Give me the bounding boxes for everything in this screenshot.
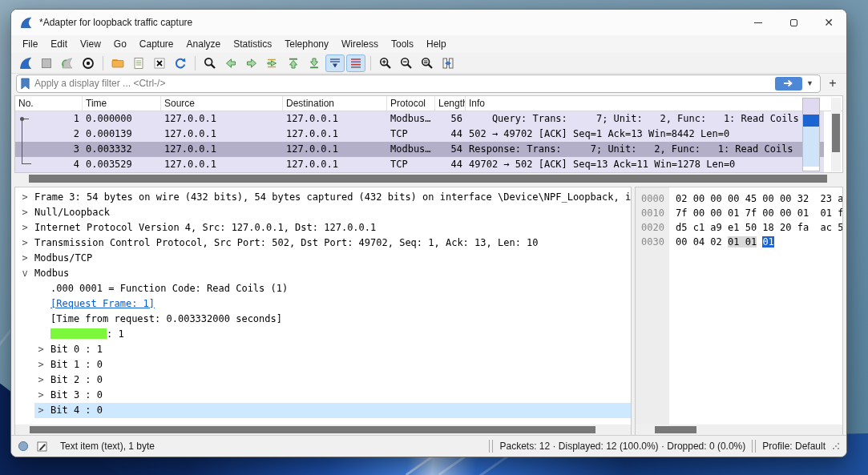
menu-analyze[interactable]: Analyze <box>180 37 228 51</box>
go-forward-icon[interactable] <box>242 54 261 72</box>
go-to-packet-icon[interactable] <box>263 54 282 72</box>
close-file-icon[interactable] <box>150 54 169 72</box>
resize-columns-icon[interactable] <box>438 54 458 72</box>
profile-status[interactable]: Profile: Default <box>762 441 826 452</box>
menu-tools[interactable]: Tools <box>385 37 420 51</box>
menu-view[interactable]: View <box>74 37 107 51</box>
stop-capture-icon[interactable] <box>37 54 56 72</box>
expander-closed-icon[interactable]: > <box>19 251 30 266</box>
menu-capture[interactable]: Capture <box>133 37 180 51</box>
detail-line-5[interactable]: vModbus <box>15 266 631 281</box>
packet-row-3[interactable]: 30.003332127.0.0.1127.0.0.1Modbus…54Resp… <box>15 142 824 157</box>
menu-statistics[interactable]: Statistics <box>227 37 278 51</box>
detail-line-1[interactable]: >Null/Loopback <box>15 205 631 220</box>
colorize-packets-icon[interactable] <box>346 54 365 72</box>
detail-line-9[interactable]: : 1 <box>15 327 631 342</box>
save-file-icon[interactable] <box>129 54 148 72</box>
detail-text: Bit 2 : 0 <box>50 374 103 385</box>
apply-filter-button[interactable] <box>775 77 802 91</box>
detail-line-7[interactable]: [Request Frame: 1] <box>15 296 631 312</box>
hex-row-0010[interactable]: 00107f 00 00 01 7f 00 00 01 01 f6 <box>636 206 842 220</box>
hex-bytes: 00 04 02 01 01 01 <box>669 236 774 248</box>
expander-closed-icon[interactable]: > <box>35 342 46 357</box>
column-header-info[interactable]: Info <box>466 96 842 111</box>
column-header-source[interactable]: Source <box>161 96 283 111</box>
filter-history-dropdown-icon[interactable]: ▼ <box>802 79 818 87</box>
packet-list-vscrollbar[interactable] <box>831 98 841 171</box>
restart-capture-icon[interactable] <box>58 54 77 72</box>
expander-closed-icon[interactable]: > <box>35 372 46 388</box>
start-capture-icon[interactable] <box>16 54 35 72</box>
detail-line-8[interactable]: [Time from request: 0.003332000 seconds] <box>15 312 631 327</box>
menu-go[interactable]: Go <box>107 37 133 51</box>
hex-row-0020[interactable]: 0020d5 c1 a9 e1 50 18 20 fa ac 51 <box>636 220 842 235</box>
minimize-button[interactable] <box>741 10 776 35</box>
packet-row-4[interactable]: 40.003529127.0.0.1127.0.0.1TCP4449702 → … <box>15 157 824 172</box>
display-filter-input[interactable] <box>34 78 775 89</box>
expander-open-icon[interactable]: v <box>19 266 30 281</box>
related-packets-bracket <box>22 119 31 164</box>
detail-line-10[interactable]: >Bit 0 : 1 <box>15 342 631 357</box>
maximize-button[interactable] <box>776 10 811 35</box>
expander-closed-icon[interactable]: > <box>35 403 46 418</box>
request-frame-link[interactable]: [Request Frame: 1] <box>50 298 155 309</box>
capture-comment-icon[interactable] <box>36 441 48 453</box>
column-header-destination[interactable]: Destination <box>283 96 387 111</box>
menu-telephony[interactable]: Telephony <box>278 37 335 51</box>
detail-line-2[interactable]: >Internet Protocol Version 4, Src: 127.0… <box>15 220 631 235</box>
close-button[interactable]: ✕ <box>811 10 846 35</box>
hex-offset: 0000 <box>636 191 669 206</box>
cell-len: 56 <box>435 111 466 127</box>
expander-closed-icon[interactable]: > <box>19 190 30 205</box>
go-first-packet-icon[interactable] <box>284 54 303 72</box>
menu-wireless[interactable]: Wireless <box>335 37 385 51</box>
column-header-no[interactable]: No. <box>15 96 83 111</box>
zoom-out-icon[interactable] <box>397 54 416 72</box>
expander-closed-icon[interactable]: > <box>35 357 46 372</box>
column-header-length[interactable]: Length <box>435 96 466 111</box>
filter-bookmark-icon[interactable] <box>20 78 30 90</box>
go-last-packet-icon[interactable] <box>305 54 324 72</box>
expander-closed-icon[interactable]: > <box>35 388 46 403</box>
reload-file-icon[interactable] <box>171 54 190 72</box>
hex-field-bytes: 01 01 <box>728 236 757 248</box>
menu-edit[interactable]: Edit <box>44 37 74 51</box>
details-hscrollbar[interactable] <box>15 425 631 435</box>
capture-options-icon[interactable] <box>79 54 98 72</box>
packet-row-1[interactable]: 10.000000127.0.0.1127.0.0.1Modbus…56 Que… <box>15 111 824 127</box>
resize-grip[interactable] <box>832 442 840 450</box>
detail-line-13[interactable]: >Bit 3 : 0 <box>15 388 631 403</box>
column-header-time[interactable]: Time <box>83 96 161 111</box>
menu-file[interactable]: File <box>16 37 44 51</box>
hex-lines: 000002 00 00 00 45 00 00 32 23 a100107f … <box>636 191 842 249</box>
zoom-reset-icon[interactable] <box>418 54 437 72</box>
expander-closed-icon[interactable]: > <box>19 205 30 220</box>
go-back-icon[interactable] <box>221 54 240 72</box>
detail-line-14[interactable]: >Bit 4 : 0 <box>15 403 631 418</box>
intelligent-scrollbar-minimap[interactable] <box>802 98 820 171</box>
detail-line-3[interactable]: >Transmission Control Protocol, Src Port… <box>15 235 631 251</box>
hex-row-0030[interactable]: 003000 04 02 01 01 01 <box>636 235 842 249</box>
find-packet-icon[interactable] <box>200 54 220 72</box>
menu-help[interactable]: Help <box>420 37 453 51</box>
detail-line-0[interactable]: >Frame 3: 54 bytes on wire (432 bits), 5… <box>15 190 631 205</box>
packet-list-hscrollbar[interactable] <box>14 173 843 184</box>
add-filter-button[interactable]: + <box>824 76 842 91</box>
zoom-in-icon[interactable] <box>376 54 395 72</box>
column-header-protocol[interactable]: Protocol <box>387 96 435 111</box>
auto-scroll-icon[interactable] <box>325 54 345 72</box>
open-file-icon[interactable] <box>108 54 127 72</box>
detail-line-4[interactable]: >Modbus/TCP <box>15 251 631 266</box>
expander-closed-icon[interactable]: > <box>19 235 30 251</box>
expander-closed-icon[interactable]: > <box>19 220 30 235</box>
packet-row-2[interactable]: 20.000139127.0.0.1127.0.0.1TCP44502 → 49… <box>15 127 824 142</box>
cell-time: 0.003529 <box>83 157 161 172</box>
detail-text: Transmission Control Protocol, Src Port:… <box>34 237 539 248</box>
expert-info-icon[interactable] <box>18 441 29 452</box>
detail-line-12[interactable]: >Bit 2 : 0 <box>15 372 631 388</box>
hex-hscrollbar[interactable] <box>636 425 842 435</box>
detail-line-6[interactable]: .000 0001 = Function Code: Read Coils (1… <box>15 281 631 296</box>
detail-line-11[interactable]: >Bit 1 : 0 <box>15 357 631 372</box>
hex-bytes: 7f 00 00 01 7f 00 00 01 01 f6 <box>669 207 843 219</box>
hex-row-0000[interactable]: 000002 00 00 00 45 00 00 32 23 a1 <box>636 191 842 206</box>
